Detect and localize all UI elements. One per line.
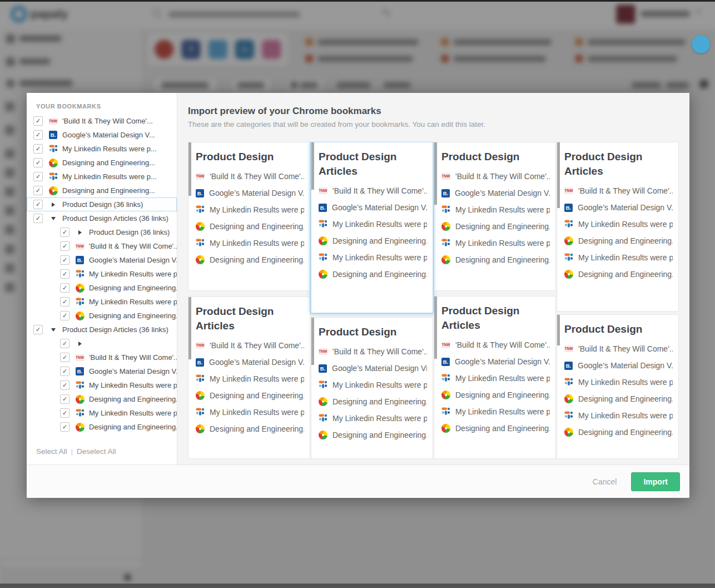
checkbox[interactable]: ✓ [33, 200, 43, 209]
tree-row-label: Product Design Articles (36 links) [62, 214, 168, 223]
tree-bookmark-row[interactable]: ✓Designing and Engineering... [27, 156, 177, 170]
category-card[interactable]: Product Design ArticlesTNW'Build It & Th… [188, 297, 310, 459]
checkbox[interactable]: ✓ [60, 408, 69, 418]
card-bookmark-label: Google’s Material Design V... [455, 189, 550, 197]
chrome-swirl-favicon [196, 391, 205, 400]
card-bookmark-label: Designing and Engineering... [578, 428, 673, 437]
card-bookmark-row: My Linkedin Results were p... [188, 370, 310, 387]
linkedin-favicon [76, 269, 85, 280]
card-bookmark-label: 'Build It & They Will Come'... [455, 172, 550, 181]
linkedin-favicon [319, 413, 327, 424]
tree-bookmark-row[interactable]: ✓Designing and Engineering... [27, 184, 177, 197]
b-favicon: B. [564, 362, 573, 370]
tree-bookmark-row[interactable]: ✓TNW'Build It & They Will Come'... [27, 239, 177, 253]
checkbox[interactable]: ✓ [60, 339, 69, 348]
expand-arrow-icon[interactable] [78, 230, 82, 235]
tree-row-label: My Linkedin Results were p... [89, 298, 177, 306]
tree-bookmark-row[interactable]: ✓My Linkedin Results were p... [27, 267, 177, 281]
tree-bookmark-row[interactable]: ✓Designing and Engineering... [27, 309, 177, 323]
tree-bookmark-row[interactable]: ✓Designing and Engineering... [27, 392, 177, 406]
card-bookmark-label: My Linkedin Results were p... [210, 239, 304, 248]
card-bookmark-row: B.Google’s Material Design V... [188, 185, 310, 201]
expand-arrow-icon[interactable] [52, 202, 55, 207]
checkbox[interactable]: ✓ [60, 367, 69, 376]
tree-bookmark-row[interactable]: ✓B.Google’s Material Design V... [27, 128, 177, 142]
tree-folder-row[interactable]: ✓ [27, 337, 177, 350]
tree-bookmark-row[interactable]: ✓Designing and Engineering... [27, 281, 177, 295]
tree-folder-row[interactable]: ✓Product Design Articles (36 links) [27, 211, 177, 225]
expand-arrow-icon[interactable] [78, 342, 82, 346]
checkbox[interactable]: ✓ [33, 158, 43, 167]
checkbox[interactable]: ✓ [60, 381, 69, 390]
chrome-swirl-favicon [564, 428, 573, 437]
checkbox[interactable]: ✓ [33, 116, 43, 126]
card-bookmark-row: Designing and Engineering... [311, 266, 433, 283]
tree-folder-row[interactable]: ✓Product Design Articles (36 links) [27, 323, 177, 337]
collapse-arrow-icon[interactable] [51, 217, 56, 220]
category-card[interactable]: Product DesignTNW'Build It & They Will C… [434, 142, 556, 291]
checkbox[interactable]: ✓ [60, 422, 69, 432]
checkbox[interactable]: ✓ [60, 311, 69, 320]
row-glyph-slot [75, 312, 85, 320]
checkbox[interactable]: ✓ [33, 130, 43, 140]
chat-bubble-button[interactable] [692, 35, 710, 53]
tree-bookmark-row[interactable]: ✓My Linkedin Results were p... [27, 142, 177, 156]
tree-folder-row[interactable]: ✓Product Design (36 links) [27, 197, 177, 211]
checkbox[interactable]: ✓ [60, 297, 69, 307]
tree-bookmark-row[interactable]: ✓My Linkedin Results were p... [27, 170, 177, 184]
category-card[interactable]: Product DesignTNW'Build It & They Will C… [188, 142, 310, 291]
cancel-button[interactable]: Cancel [593, 477, 617, 486]
card-bookmark-label: My Linkedin Results were p... [332, 220, 427, 229]
checkbox[interactable]: ✓ [60, 269, 69, 279]
modal-title: Import preview of your Chrome bookmarks [188, 106, 381, 117]
deselect-all-link[interactable]: Deselect All [77, 447, 116, 456]
row-glyph-slot [48, 159, 58, 167]
card-bookmark-label: 'Build It & They Will Come'... [332, 186, 427, 195]
chrome-swirl-favicon [76, 395, 85, 404]
tree-bookmark-row[interactable]: ✓Designing and Engineering... [27, 420, 177, 434]
category-card[interactable]: Product Design ArticlesTNW'Build It & Th… [311, 142, 433, 313]
card-accent-bar [188, 142, 191, 196]
tree-bookmark-row[interactable]: ✓My Linkedin Results were p... [27, 295, 177, 309]
import-button[interactable]: Import [631, 472, 680, 491]
tree-bookmark-row[interactable]: ✓B.Google’s Material Design V... [27, 253, 177, 267]
checkbox[interactable]: ✓ [33, 172, 43, 181]
tree-row-label: Designing and Engineering... [62, 186, 155, 195]
collapse-arrow-icon[interactable] [51, 328, 56, 332]
tree-bookmark-row[interactable]: ✓My Linkedin Results were p... [27, 406, 177, 420]
tree-row-label: Designing and Engineering... [89, 284, 177, 292]
checkbox[interactable]: ✓ [60, 353, 69, 362]
checkbox[interactable]: ✓ [60, 394, 69, 404]
checkbox[interactable]: ✓ [60, 241, 69, 251]
card-accent-bar [311, 318, 314, 365]
tree-bookmark-row[interactable]: ✓B.Google’s Material Design V... [27, 364, 177, 378]
select-all-link[interactable]: Select All [36, 447, 67, 456]
card-bookmark-row: TNW'Build It & They Will Come'... [311, 182, 433, 199]
b-favicon: B. [564, 204, 573, 212]
checkbox[interactable]: ✓ [33, 186, 43, 195]
checkbox[interactable]: ✓ [60, 283, 69, 293]
card-bookmark-row: My Linkedin Results were p... [311, 216, 433, 233]
category-card[interactable]: Product Design ArticlesTNW'Build It & Th… [557, 142, 679, 312]
category-card[interactable]: Product Design ArticlesTNW'Build It & Th… [434, 296, 556, 459]
checkbox[interactable]: ✓ [33, 325, 43, 334]
linkedin-favicon [441, 406, 450, 417]
linkedin-favicon [76, 297, 85, 308]
tree-bookmark-row[interactable]: ✓My Linkedin Results were p... [27, 378, 177, 392]
category-card[interactable]: Product DesignTNW'Build It & They Will C… [557, 314, 679, 459]
card-bookmark-label: Google’s Material Design V... [332, 203, 427, 212]
card-bookmark-label: Designing and Engineering... [210, 424, 304, 433]
checkbox[interactable]: ✓ [60, 228, 69, 237]
checkbox[interactable]: ✓ [33, 214, 43, 223]
linkedin-favicon [319, 219, 327, 230]
chrome-swirl-favicon [76, 423, 85, 432]
checkbox[interactable]: ✓ [33, 144, 43, 154]
separator: | [71, 447, 73, 456]
tree-bookmark-row[interactable]: ✓TNW'Build It & They Will Come'... [27, 114, 177, 128]
checkbox[interactable]: ✓ [60, 255, 69, 265]
card-bookmark-label: My Linkedin Results were p... [578, 220, 673, 229]
category-card[interactable]: Product DesignTNW'Build It & They Will C… [311, 317, 433, 459]
tree-bookmark-row[interactable]: ✓TNW'Build It & They Will Come'... [27, 350, 177, 364]
tree-folder-row[interactable]: ✓Product Design (36 links) [27, 225, 177, 239]
card-bookmark-label: My Linkedin Results were p... [578, 253, 673, 262]
